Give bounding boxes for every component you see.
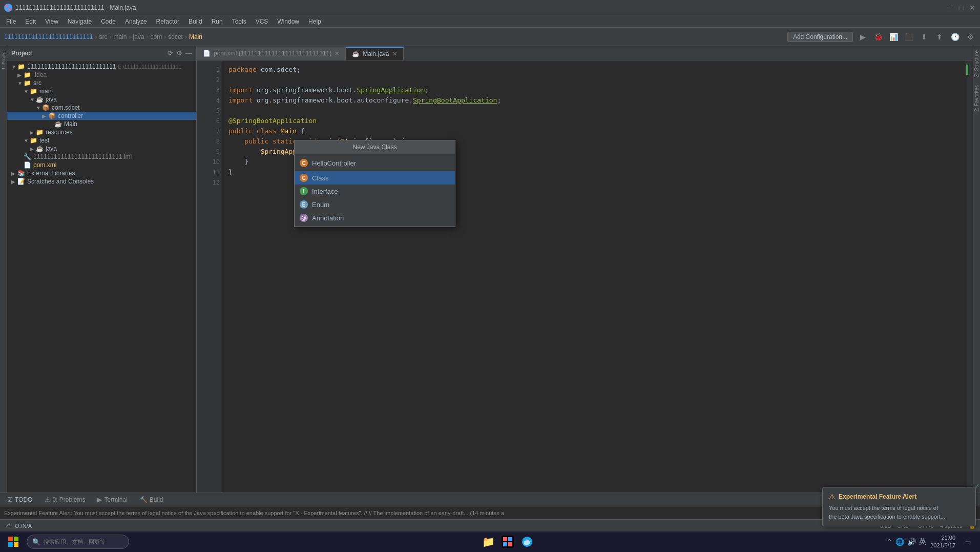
tree-java-test-label: java — [46, 145, 57, 152]
tree-src[interactable]: ▼ 📁 src — [7, 79, 196, 87]
add-configuration-button[interactable]: Add Configuration... — [787, 32, 853, 42]
project-tool-button[interactable]: 1: Project — [1, 48, 7, 72]
main-tab-close[interactable]: ✕ — [392, 51, 397, 57]
enum-item-icon: E — [300, 200, 308, 209]
tray-network[interactable]: 🌐 — [895, 538, 904, 546]
tree-test[interactable]: ▼ 📁 test — [7, 136, 196, 145]
taskbar-explorer[interactable]: 📁 — [480, 534, 496, 550]
tree-main-folder[interactable]: ▼ 📁 main — [7, 87, 196, 95]
run-button[interactable]: ▶ — [857, 31, 868, 43]
breadcrumb-src[interactable]: src — [99, 33, 108, 40]
clock[interactable]: 21:00 2021/5/17 — [930, 534, 955, 550]
tree-controller[interactable]: ▶ 📦 controller — [7, 112, 196, 120]
breadcrumb-java[interactable]: java — [133, 33, 144, 40]
settings-button[interactable]: ⚙ — [965, 31, 976, 43]
dialog-item-interface[interactable]: I Interface — [295, 185, 455, 198]
scratches-arrow: ▶ — [11, 179, 17, 185]
menu-code[interactable]: Code — [97, 17, 120, 26]
breadcrumb-mainfile[interactable]: Main — [189, 33, 202, 40]
git-branch[interactable]: O:/N/A — [15, 523, 32, 529]
taskbar-right: ⌃ 🌐 🔊 英 21:00 2021/5/17 ▭ — [886, 534, 976, 550]
dialog-item-enum[interactable]: E Enum — [295, 198, 455, 211]
pom-tab-close[interactable]: ✕ — [335, 50, 339, 57]
tab-problems[interactable]: ⚠ 0: Problems — [41, 495, 88, 504]
collapse-icon[interactable]: — — [185, 49, 192, 57]
tree-scratches[interactable]: ▶ 📝 Scratches and Consoles — [7, 177, 196, 186]
tab-main[interactable]: ☕ Main.java ✕ — [346, 47, 403, 60]
idea-arrow: ▶ — [17, 72, 24, 78]
tree-main-java[interactable]: ▶ ☕ Main — [7, 120, 196, 128]
taskbar-edge[interactable] — [519, 534, 535, 550]
menu-vcs[interactable]: VCS — [252, 17, 273, 26]
breadcrumb-sdcet[interactable]: sdcet — [168, 33, 183, 40]
todo-label: TODO — [15, 496, 32, 503]
tree-com-sdcet[interactable]: ▼ 📦 com.sdcet — [7, 104, 196, 112]
maximize-button[interactable]: □ — [957, 4, 965, 11]
breadcrumb-project[interactable]: 11111111111111111111111111 — [4, 33, 93, 40]
git-update-button[interactable]: ⬇ — [919, 31, 930, 43]
menu-window[interactable]: Window — [273, 17, 303, 26]
tree-resources-label: resources — [46, 129, 73, 136]
idea-folder-icon: 📁 — [24, 71, 31, 78]
dialog-item-annotation[interactable]: @ Annotation — [295, 211, 455, 224]
tab-build[interactable]: 🔨 Build — [137, 495, 166, 504]
menu-help[interactable]: Help — [304, 17, 325, 26]
settings-icon[interactable]: ⚙ — [176, 49, 182, 57]
sync-icon[interactable]: ⟳ — [168, 49, 173, 57]
menu-file[interactable]: File — [2, 17, 20, 26]
favorites-tool-button[interactable]: 2: Favorites — [973, 81, 980, 116]
breadcrumb-com[interactable]: com — [151, 33, 162, 40]
notification-title: Experimental Feature Alert — [839, 493, 916, 500]
menu-build[interactable]: Build — [184, 17, 206, 26]
tree-root[interactable]: ▼ 📁 11111111111111111111111111 E:\111111… — [7, 63, 196, 71]
tree-external-libs[interactable]: ▶ 📚 External Libraries — [7, 169, 196, 177]
svg-rect-1 — [9, 5, 11, 7]
new-java-class-dialog[interactable]: New Java Class C HelloController C Class — [294, 140, 455, 227]
tray-ime[interactable]: 英 — [919, 537, 926, 546]
tree-iml[interactable]: ▶ 🔧 11111111111111111111111111.iml — [7, 153, 196, 161]
tree-resources[interactable]: ▶ 📁 resources — [7, 128, 196, 136]
menu-analyze[interactable]: Analyze — [121, 17, 151, 26]
search-bar[interactable]: 🔍 — [27, 535, 129, 549]
menu-navigate[interactable]: Navigate — [64, 17, 96, 26]
breadcrumb-main[interactable]: main — [114, 33, 127, 40]
package-icon: 📦 — [42, 104, 50, 111]
structure-tool-button[interactable]: Z: Structure — [973, 46, 980, 81]
minimize-button[interactable]: ─ — [946, 4, 953, 11]
tree-java-test[interactable]: ▶ ☕ java — [7, 145, 196, 153]
src-folder-icon: 📁 — [24, 79, 31, 87]
status-message: Experimental Feature Alert: You must acc… — [4, 510, 902, 516]
dialog-search-item[interactable]: C HelloController — [295, 156, 455, 170]
tray-volume[interactable]: 🔊 — [907, 538, 916, 546]
tree-idea[interactable]: ▶ 📁 .idea — [7, 71, 196, 79]
code-editor[interactable]: 1 2 3 4 5 6 7 8 9 10 11 12 package com.s… — [197, 60, 973, 493]
tree-java-src[interactable]: ▼ ☕ java — [7, 95, 196, 104]
taskbar-idea[interactable] — [499, 534, 516, 550]
git-icon: ⎇ — [4, 522, 11, 529]
start-button[interactable] — [4, 533, 23, 551]
menu-view[interactable]: View — [41, 17, 62, 26]
editor-area: 📄 pom.xml (11111111111111111111111111) ✕… — [197, 46, 973, 493]
menu-refactor[interactable]: Refactor — [152, 17, 183, 26]
tab-pom[interactable]: 📄 pom.xml (11111111111111111111111111) ✕ — [197, 47, 346, 60]
close-button[interactable]: ✕ — [969, 4, 976, 11]
debug-button[interactable]: 🐞 — [872, 31, 884, 43]
run-with-coverage-button[interactable]: 📊 — [888, 31, 899, 43]
tray-up-arrow[interactable]: ⌃ — [886, 538, 892, 546]
dialog-item-class[interactable]: C Class — [295, 171, 455, 185]
history-button[interactable]: 🕐 — [949, 31, 961, 43]
build-icon: 🔨 — [140, 496, 148, 503]
menu-bar: File Edit View Navigate Code Analyze Ref… — [0, 15, 980, 28]
search-input[interactable] — [44, 539, 123, 545]
stop-button[interactable]: ⬛ — [903, 31, 914, 43]
menu-edit[interactable]: Edit — [21, 17, 40, 26]
gutter-ok-indicator — [966, 65, 968, 75]
menu-run[interactable]: Run — [207, 17, 227, 26]
show-desktop-button[interactable]: ▭ — [960, 534, 976, 550]
code-content[interactable]: package com.sdcet; import org.springfram… — [222, 60, 966, 493]
tab-todo[interactable]: ☑ TODO — [4, 495, 35, 504]
git-push-button[interactable]: ⬆ — [934, 31, 945, 43]
menu-tools[interactable]: Tools — [228, 17, 251, 26]
tab-terminal[interactable]: ▶ Terminal — [94, 495, 130, 504]
tree-pom[interactable]: ▶ 📄 pom.xml — [7, 161, 196, 169]
